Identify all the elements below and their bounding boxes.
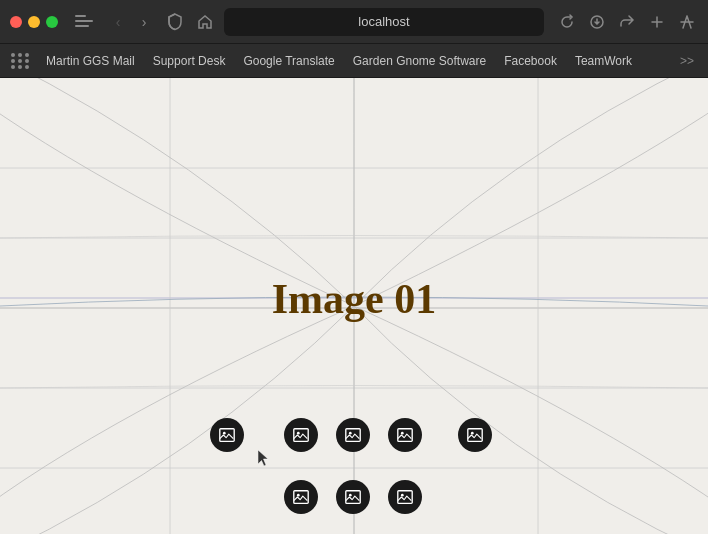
new-tab-button[interactable] [646,11,668,33]
svg-point-13 [297,432,300,435]
back-button[interactable]: ‹ [106,10,130,34]
apps-button[interactable] [8,49,32,73]
image-icon-btn-4[interactable] [388,418,422,452]
svg-point-25 [401,494,404,497]
address-bar[interactable]: localhost [224,8,544,36]
sidebar-toggle-button[interactable] [74,12,94,32]
svg-rect-20 [294,491,308,504]
bookmark-garden-gnome[interactable]: Garden Gnome Software [345,50,494,72]
svg-rect-24 [398,491,412,504]
bookmark-facebook[interactable]: Facebook [496,50,565,72]
refresh-button[interactable] [556,11,578,33]
image-icon-btn-2[interactable] [284,418,318,452]
svg-rect-16 [398,429,412,442]
image-icon-btn-1[interactable] [210,418,244,452]
minimize-button[interactable] [28,16,40,28]
traffic-lights [10,16,58,28]
bookmark-teamwork[interactable]: TeamWork [567,50,640,72]
page-title: Image 01 [272,275,436,323]
bookmarks-more-button[interactable]: >> [674,50,700,72]
svg-rect-12 [294,429,308,442]
bookmarks-bar: Martin GGS Mail Support Desk Google Tran… [0,44,708,78]
download-button[interactable] [586,11,608,33]
svg-rect-18 [468,429,482,442]
home-button[interactable] [194,11,216,33]
svg-rect-10 [220,429,234,442]
maximize-button[interactable] [46,16,58,28]
image-icon-btn-8[interactable] [388,480,422,514]
image-icon-btn-3[interactable] [336,418,370,452]
svg-point-17 [401,432,404,435]
svg-point-21 [297,494,300,497]
svg-rect-22 [346,491,360,504]
image-icon-btn-7[interactable] [336,480,370,514]
browser-content: Image 01 [0,78,708,534]
svg-point-19 [471,432,474,435]
titlebar-right-icons [556,11,698,33]
svg-point-15 [349,432,352,435]
svg-point-11 [223,432,226,435]
nav-arrows: ‹ › [106,10,156,34]
bookmark-martin-ggs-mail[interactable]: Martin GGS Mail [38,50,143,72]
share-button[interactable] [616,11,638,33]
close-button[interactable] [10,16,22,28]
url-text: localhost [358,14,409,29]
titlebar: ‹ › localhost [0,0,708,44]
svg-rect-14 [346,429,360,442]
bookmark-support-desk[interactable]: Support Desk [145,50,234,72]
svg-point-23 [349,494,352,497]
bookmark-google-translate[interactable]: Google Translate [235,50,342,72]
image-icon-btn-5[interactable] [458,418,492,452]
extensions-button[interactable] [676,11,698,33]
image-icon-btn-6[interactable] [284,480,318,514]
shield-icon [164,11,186,33]
forward-button[interactable]: › [132,10,156,34]
